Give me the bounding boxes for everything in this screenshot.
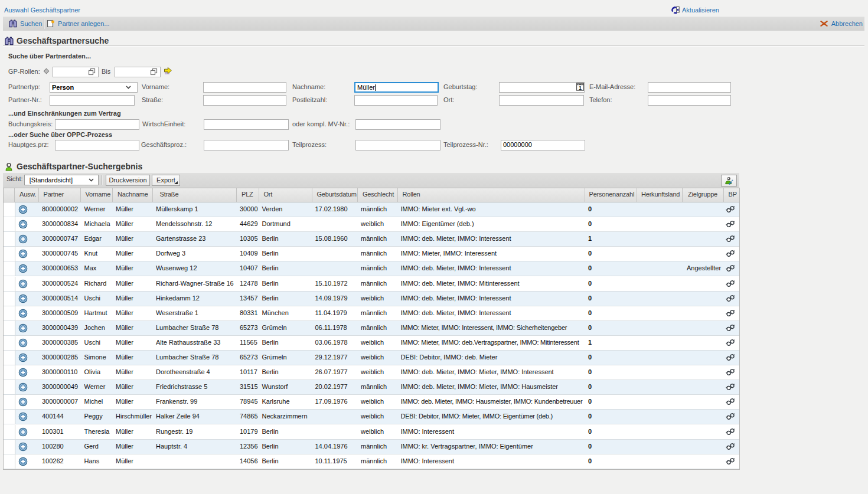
svg-text:1: 1 xyxy=(579,85,582,91)
